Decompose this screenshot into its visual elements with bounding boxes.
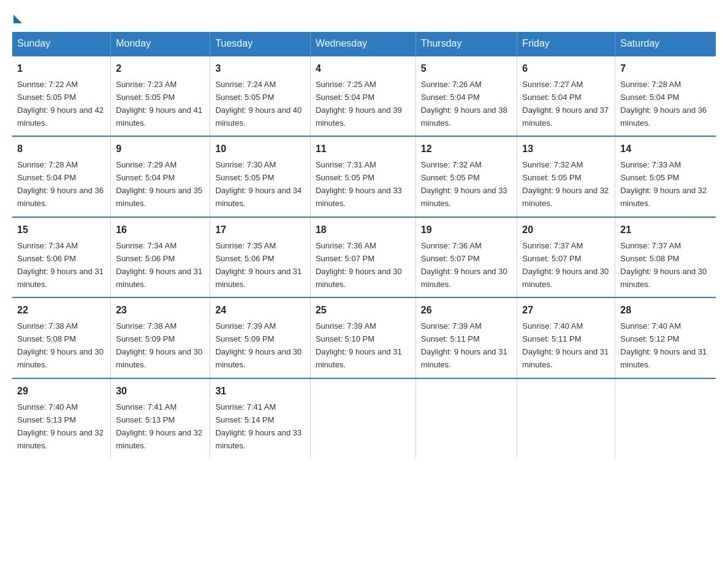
calendar-cell: [415, 378, 517, 458]
sunrise-info: Sunrise: 7:41 AM: [215, 402, 276, 412]
day-number: 30: [116, 384, 205, 399]
sunset-info: Sunset: 5:05 PM: [215, 173, 274, 182]
header-cell-sunday: Sunday: [12, 32, 111, 56]
daylight-info: Daylight: 9 hours and 33 minutes.: [215, 428, 301, 450]
sunset-info: Sunset: 5:13 PM: [116, 415, 175, 424]
calendar-cell: 19Sunrise: 7:36 AMSunset: 5:07 PMDayligh…: [415, 217, 517, 297]
sunset-info: Sunset: 5:07 PM: [421, 254, 480, 263]
sunset-info: Sunset: 5:07 PM: [316, 254, 374, 263]
sunrise-info: Sunrise: 7:37 AM: [522, 241, 583, 250]
daylight-info: Daylight: 9 hours and 36 minutes.: [620, 105, 707, 128]
sunrise-info: Sunrise: 7:39 AM: [421, 321, 482, 331]
day-number: 17: [215, 223, 305, 238]
day-number: 7: [620, 61, 711, 77]
day-number: 21: [620, 223, 711, 238]
day-number: 18: [316, 223, 411, 238]
day-number: 13: [522, 142, 610, 157]
calendar-week-3: 15Sunrise: 7:34 AMSunset: 5:06 PMDayligh…: [12, 217, 716, 297]
day-number: 25: [316, 303, 411, 318]
daylight-info: Daylight: 9 hours and 34 minutes.: [215, 186, 301, 208]
day-number: 22: [17, 303, 105, 318]
sunrise-info: Sunrise: 7:34 AM: [17, 241, 78, 250]
sunset-info: Sunset: 5:07 PM: [522, 254, 581, 263]
sunrise-info: Sunrise: 7:34 AM: [116, 241, 176, 250]
daylight-info: Daylight: 9 hours and 31 minutes.: [17, 267, 104, 289]
calendar-cell: 4Sunrise: 7:25 AMSunset: 5:04 PMDaylight…: [310, 56, 415, 136]
sunrise-info: Sunrise: 7:28 AM: [620, 80, 681, 89]
day-number: 4: [316, 61, 411, 77]
daylight-info: Daylight: 9 hours and 31 minutes.: [522, 347, 609, 369]
calendar-cell: 15Sunrise: 7:34 AMSunset: 5:06 PMDayligh…: [12, 217, 111, 297]
day-number: 9: [116, 142, 205, 157]
sunset-info: Sunset: 5:05 PM: [316, 173, 374, 182]
sunset-info: Sunset: 5:11 PM: [522, 334, 581, 343]
day-number: 23: [116, 303, 205, 318]
calendar-cell: 24Sunrise: 7:39 AMSunset: 5:09 PMDayligh…: [210, 297, 311, 378]
sunrise-info: Sunrise: 7:38 AM: [17, 321, 78, 331]
sunset-info: Sunset: 5:14 PM: [215, 415, 274, 424]
calendar-body: 1Sunrise: 7:22 AMSunset: 5:05 PMDaylight…: [12, 56, 716, 458]
calendar-cell: 10Sunrise: 7:30 AMSunset: 5:05 PMDayligh…: [210, 136, 311, 216]
sunset-info: Sunset: 5:13 PM: [17, 415, 76, 424]
sunset-info: Sunset: 5:06 PM: [215, 254, 274, 263]
sunset-info: Sunset: 5:04 PM: [116, 173, 175, 182]
sunrise-info: Sunrise: 7:22 AM: [17, 80, 78, 89]
calendar-cell: [615, 378, 716, 458]
calendar-cell: 2Sunrise: 7:23 AMSunset: 5:05 PMDaylight…: [111, 56, 210, 136]
calendar-cell: 29Sunrise: 7:40 AMSunset: 5:13 PMDayligh…: [12, 378, 111, 458]
calendar-week-2: 8Sunrise: 7:28 AMSunset: 5:04 PMDaylight…: [12, 136, 716, 216]
header-cell-tuesday: Tuesday: [210, 32, 311, 56]
day-number: 11: [316, 142, 411, 157]
sunset-info: Sunset: 5:08 PM: [620, 254, 679, 263]
calendar-cell: [310, 378, 415, 458]
daylight-info: Daylight: 9 hours and 30 minutes.: [316, 267, 402, 289]
header-cell-monday: Monday: [111, 32, 210, 56]
sunset-info: Sunset: 5:12 PM: [620, 334, 679, 343]
sunset-info: Sunset: 5:08 PM: [17, 334, 76, 343]
daylight-info: Daylight: 9 hours and 31 minutes.: [316, 347, 402, 369]
daylight-info: Daylight: 9 hours and 32 minutes.: [17, 428, 104, 450]
calendar-cell: [517, 378, 615, 458]
daylight-info: Daylight: 9 hours and 37 minutes.: [522, 105, 609, 128]
daylight-info: Daylight: 9 hours and 30 minutes.: [620, 267, 707, 289]
calendar-cell: 13Sunrise: 7:32 AMSunset: 5:05 PMDayligh…: [517, 136, 615, 216]
day-number: 3: [215, 61, 305, 77]
daylight-info: Daylight: 9 hours and 42 minutes.: [17, 105, 104, 128]
sunset-info: Sunset: 5:05 PM: [17, 93, 76, 102]
sunset-info: Sunset: 5:05 PM: [116, 93, 175, 102]
sunrise-info: Sunrise: 7:23 AM: [116, 80, 176, 89]
calendar-cell: 16Sunrise: 7:34 AMSunset: 5:06 PMDayligh…: [111, 217, 210, 297]
sunrise-info: Sunrise: 7:39 AM: [215, 321, 276, 331]
daylight-info: Daylight: 9 hours and 38 minutes.: [421, 105, 507, 128]
calendar-cell: 23Sunrise: 7:38 AMSunset: 5:09 PMDayligh…: [111, 297, 210, 378]
sunrise-info: Sunrise: 7:26 AM: [421, 80, 482, 89]
calendar-week-4: 22Sunrise: 7:38 AMSunset: 5:08 PMDayligh…: [12, 297, 716, 378]
day-number: 29: [17, 384, 105, 399]
sunset-info: Sunset: 5:10 PM: [316, 334, 374, 343]
calendar-cell: 9Sunrise: 7:29 AMSunset: 5:04 PMDaylight…: [111, 136, 210, 216]
sunrise-info: Sunrise: 7:40 AM: [17, 402, 78, 412]
day-number: 24: [215, 303, 305, 318]
sunrise-info: Sunrise: 7:36 AM: [316, 241, 376, 250]
daylight-info: Daylight: 9 hours and 32 minutes.: [116, 428, 202, 450]
calendar-header: SundayMondayTuesdayWednesdayThursdayFrid…: [12, 32, 716, 56]
calendar-cell: 28Sunrise: 7:40 AMSunset: 5:12 PMDayligh…: [615, 297, 716, 378]
calendar-week-5: 29Sunrise: 7:40 AMSunset: 5:13 PMDayligh…: [12, 378, 716, 458]
calendar-cell: 12Sunrise: 7:32 AMSunset: 5:05 PMDayligh…: [415, 136, 517, 216]
calendar-cell: 27Sunrise: 7:40 AMSunset: 5:11 PMDayligh…: [517, 297, 615, 378]
sunrise-info: Sunrise: 7:28 AM: [17, 160, 78, 169]
sunset-info: Sunset: 5:06 PM: [17, 254, 76, 263]
daylight-info: Daylight: 9 hours and 36 minutes.: [17, 186, 104, 208]
calendar-cell: 14Sunrise: 7:33 AMSunset: 5:05 PMDayligh…: [615, 136, 716, 216]
calendar-week-1: 1Sunrise: 7:22 AMSunset: 5:05 PMDaylight…: [12, 56, 716, 136]
calendar-cell: 7Sunrise: 7:28 AMSunset: 5:04 PMDaylight…: [615, 56, 716, 136]
sunrise-info: Sunrise: 7:27 AM: [522, 80, 583, 89]
sunset-info: Sunset: 5:09 PM: [116, 334, 175, 343]
sunrise-info: Sunrise: 7:25 AM: [316, 80, 376, 89]
sunset-info: Sunset: 5:05 PM: [620, 173, 679, 182]
header-cell-friday: Friday: [517, 32, 615, 56]
day-number: 19: [421, 223, 512, 238]
day-number: 2: [116, 61, 205, 77]
sunrise-info: Sunrise: 7:40 AM: [522, 321, 583, 331]
sunrise-info: Sunrise: 7:24 AM: [215, 80, 276, 89]
